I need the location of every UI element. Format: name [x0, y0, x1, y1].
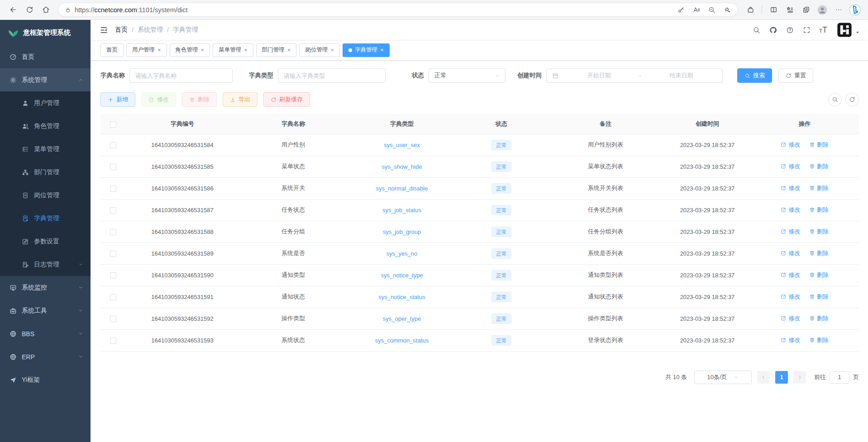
delete-link[interactable]: 删除: [809, 293, 829, 301]
dict-name-input[interactable]: [129, 68, 233, 83]
toolbar-button[interactable]: 导出: [223, 92, 258, 107]
address-bar[interactable]: https://ccnetcore.com:1101/system/dict: [58, 3, 738, 17]
date-range-picker[interactable]: 开始日期 - 结束日期: [546, 68, 723, 83]
sidebar-item[interactable]: 系统管理: [0, 68, 91, 91]
row-checkbox[interactable]: [110, 272, 116, 279]
row-checkbox[interactable]: [110, 251, 116, 257]
sidebar-item[interactable]: 角色管理: [0, 114, 91, 138]
close-icon[interactable]: ×: [380, 47, 384, 53]
tag-tab[interactable]: 字典管理 ×: [343, 43, 390, 57]
edit-link[interactable]: 修改: [781, 162, 800, 171]
row-checkbox[interactable]: [110, 229, 116, 235]
user-menu-caret-icon[interactable]: [855, 30, 860, 35]
current-page[interactable]: 1: [775, 371, 788, 384]
more-icon[interactable]: [832, 3, 845, 17]
sidebar-item[interactable]: 系统监控: [0, 276, 91, 299]
edit-link[interactable]: 修改: [781, 141, 800, 149]
dict-type-link[interactable]: sys_job_status: [382, 207, 421, 214]
password-key-icon[interactable]: [675, 4, 687, 16]
tag-tab[interactable]: 岗位管理 ×: [299, 43, 340, 57]
row-checkbox[interactable]: [110, 142, 116, 148]
sidebar-item[interactable]: 参数设置: [0, 230, 91, 253]
edit-link[interactable]: 修改: [781, 206, 800, 214]
dict-type-link[interactable]: sys_user_sex: [384, 142, 420, 148]
close-icon[interactable]: ×: [201, 47, 205, 53]
sidebar-item[interactable]: 菜单管理: [0, 138, 91, 161]
dict-type-link[interactable]: sys_notice_status: [378, 294, 425, 300]
collapse-sidebar-icon[interactable]: [97, 23, 110, 37]
edit-link[interactable]: 修改: [781, 293, 800, 301]
search-button[interactable]: 搜索: [737, 68, 772, 83]
user-avatar[interactable]: [837, 22, 852, 38]
search-icon[interactable]: [749, 23, 763, 37]
delete-link[interactable]: 删除: [809, 336, 829, 344]
sidebar-item[interactable]: ERP: [0, 345, 91, 368]
page-size-select[interactable]: 10条/页: [694, 371, 752, 384]
refresh-icon[interactable]: [23, 3, 36, 17]
sidebar-item[interactable]: Yi框架: [0, 368, 91, 391]
tag-tab[interactable]: 首页: [100, 43, 124, 57]
dict-type-input[interactable]: [278, 68, 386, 83]
delete-link[interactable]: 删除: [809, 206, 829, 214]
toolbar-button[interactable]: 新增: [100, 92, 135, 107]
browser-profile-avatar[interactable]: [816, 3, 829, 17]
goto-page-input[interactable]: [830, 371, 849, 384]
prev-page-button[interactable]: [757, 371, 770, 384]
url-text[interactable]: https://ccnetcore.com:1101/system/dict: [75, 6, 672, 14]
tag-tab[interactable]: 菜单管理 ×: [213, 43, 253, 57]
collections-icon[interactable]: [783, 3, 796, 17]
delete-link[interactable]: 删除: [809, 314, 829, 323]
row-checkbox[interactable]: [110, 207, 116, 214]
sidebar-item[interactable]: 岗位管理: [0, 184, 91, 207]
add-favorite-icon[interactable]: [721, 4, 733, 16]
edit-link[interactable]: 修改: [781, 336, 800, 344]
delete-link[interactable]: 删除: [809, 228, 829, 236]
zoom-out-icon[interactable]: [706, 4, 718, 16]
delete-link[interactable]: 删除: [809, 141, 829, 149]
delete-link[interactable]: 删除: [809, 184, 829, 192]
end-date-placeholder[interactable]: 结束日期: [646, 71, 717, 80]
edit-link[interactable]: 修改: [781, 184, 800, 192]
breadcrumb-home[interactable]: 首页: [115, 26, 128, 34]
sidebar-item[interactable]: BBS: [0, 322, 91, 345]
delete-link[interactable]: 删除: [809, 271, 829, 279]
sidebar-item[interactable]: 日志管理: [0, 253, 91, 276]
sidebar-item[interactable]: 系统工具: [0, 299, 91, 322]
row-checkbox[interactable]: [110, 337, 116, 344]
dict-type-link[interactable]: sys_notice_type: [381, 272, 423, 279]
sidebar-item[interactable]: 用户管理: [0, 91, 91, 114]
sidebar-item[interactable]: 字典管理: [0, 207, 91, 230]
copilot-icon[interactable]: [848, 3, 862, 17]
edit-link[interactable]: 修改: [781, 314, 800, 323]
edit-link[interactable]: 修改: [781, 271, 800, 279]
home-icon[interactable]: [39, 3, 52, 17]
next-page-button[interactable]: [793, 371, 806, 384]
edit-link[interactable]: 修改: [781, 228, 800, 236]
row-checkbox[interactable]: [110, 185, 116, 192]
github-icon[interactable]: [766, 23, 780, 37]
close-icon[interactable]: ×: [244, 47, 248, 53]
extensions-icon[interactable]: [744, 3, 757, 17]
sidebar-item[interactable]: 首页: [0, 45, 91, 68]
toolbar-button[interactable]: 删除: [182, 92, 217, 107]
close-icon[interactable]: ×: [287, 47, 291, 53]
dict-type-link[interactable]: sys_normal_disable: [376, 185, 428, 192]
dict-type-link[interactable]: sys_oper_type: [383, 315, 421, 322]
delete-link[interactable]: 删除: [809, 162, 829, 171]
duplicate-tab-icon[interactable]: [799, 3, 813, 17]
start-date-placeholder[interactable]: 开始日期: [563, 71, 634, 80]
sidebar-item[interactable]: 部门管理: [0, 161, 91, 184]
tag-tab[interactable]: 角色管理 ×: [170, 43, 210, 57]
edit-link[interactable]: 修改: [781, 249, 800, 257]
row-checkbox[interactable]: [110, 164, 116, 170]
toolbar-button[interactable]: 刷新缓存: [263, 92, 310, 107]
back-icon[interactable]: [6, 3, 20, 17]
refresh-table-icon[interactable]: [845, 93, 859, 106]
tag-tab[interactable]: 部门管理 ×: [256, 43, 297, 57]
select-all-checkbox[interactable]: [110, 121, 116, 128]
read-aloud-icon[interactable]: [691, 4, 702, 16]
reset-button[interactable]: 重置: [778, 68, 813, 83]
row-checkbox[interactable]: [110, 294, 116, 300]
font-size-icon[interactable]: тТ: [816, 23, 830, 37]
toggle-search-icon[interactable]: [828, 93, 842, 106]
